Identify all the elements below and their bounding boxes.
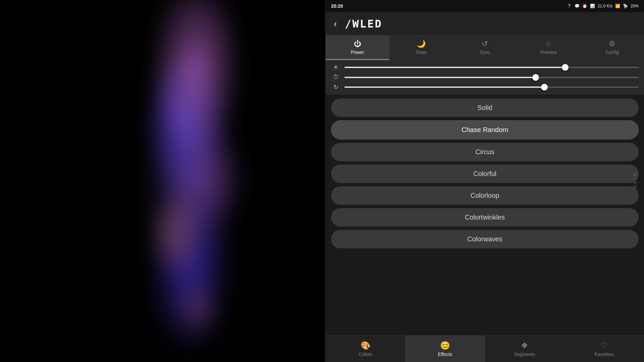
nav-tab-power-label: Power: [351, 50, 364, 55]
bottom-tab-colors[interactable]: 🎨 Colors: [326, 336, 405, 362]
nav-tab-timer-label: Timer: [415, 50, 427, 55]
status-time: 20:20: [331, 3, 343, 9]
bottom-tab-colors-label: Colors: [359, 352, 372, 357]
brightness-slider[interactable]: [344, 67, 639, 68]
preview-icon: ☆: [545, 40, 552, 48]
status-data-icon: 📊: [590, 4, 595, 8]
nav-tab-config[interactable]: ⚙ Config: [580, 36, 644, 60]
nav-tab-timer[interactable]: 🌙 Timer: [389, 36, 453, 60]
status-sim-icon: 📶: [615, 4, 620, 8]
effect-chase-random[interactable]: Chase Random: [331, 120, 639, 139]
bottom-tab-segments[interactable]: ❖ Segments: [485, 336, 565, 362]
effect-colorloop[interactable]: Colorloop: [331, 186, 639, 205]
sync-icon: ↺: [482, 40, 488, 48]
status-message-icon: 💬: [575, 4, 580, 8]
bottom-tab-favorites[interactable]: ♡ Favorites: [565, 336, 644, 362]
bottom-tab-effects[interactable]: 😊 Effects: [405, 336, 485, 362]
nav-tab-preview[interactable]: ☆ Preview: [517, 36, 580, 60]
timer-icon: 🌙: [417, 40, 426, 48]
led-glow: [122, 0, 257, 362]
effect-colorful[interactable]: Colorful: [331, 165, 639, 183]
brightness-row: ☀: [331, 64, 639, 71]
nav-tab-config-label: Config: [605, 50, 619, 55]
status-battery: 20%: [631, 4, 639, 8]
nav-tab-sync-label: Sync: [480, 50, 490, 55]
intensity-icon: ↻: [331, 83, 340, 91]
nav-tab-power[interactable]: ⏻ Power: [326, 36, 389, 60]
back-button[interactable]: ‹: [331, 17, 339, 31]
status-alarm-icon: ⏰: [582, 4, 587, 8]
status-location-icon: 📍: [567, 4, 572, 8]
speed-icon: ⏱: [331, 74, 340, 81]
favorites-icon: ♡: [600, 341, 608, 350]
status-wifi-icon: 📡: [623, 4, 628, 8]
speed-row: ⏱: [331, 74, 639, 81]
effect-solid[interactable]: Solid: [331, 99, 639, 117]
effect-colorwaves[interactable]: Colorwaves: [331, 230, 639, 248]
app-title: /WLED: [345, 17, 382, 30]
status-data-speed: 21.0 K/s: [598, 4, 612, 8]
effect-colortwinkles[interactable]: Colortwinkles: [331, 208, 639, 227]
led-visualization: [0, 0, 325, 362]
app-header: ‹ /WLED: [326, 12, 644, 36]
effects-icon: 😊: [440, 341, 450, 350]
main-container: 20:20 📍 💬 ⏰ 📊 21.0 K/s 📶 📡 20% ‹ /WLED ⏻…: [0, 0, 644, 362]
bottom-tab-segments-label: Segments: [514, 352, 535, 357]
intensity-slider[interactable]: [344, 86, 639, 88]
segments-icon: ❖: [521, 341, 528, 350]
bottom-tab-effects-label: Effects: [438, 352, 452, 357]
control-panel: 20:20 📍 💬 ⏰ 📊 21.0 K/s 📶 📡 20% ‹ /WLED ⏻…: [325, 0, 644, 362]
effects-list: Solid Chase Random Circus Colorful Color…: [326, 95, 644, 335]
speed-slider[interactable]: [344, 77, 639, 78]
status-right: 📍 💬 ⏰ 📊 21.0 K/s 📶 📡 20%: [567, 4, 639, 8]
power-icon: ⏻: [354, 40, 361, 48]
sliders-section: ☀ ⏱ ↻: [326, 60, 644, 95]
bottom-tabs: 🎨 Colors 😊 Effects ❖ Segments ♡ Favorite…: [326, 335, 644, 362]
status-bar: 20:20 📍 💬 ⏰ 📊 21.0 K/s 📶 📡 20%: [326, 0, 644, 12]
nav-tab-sync[interactable]: ↺ Sync: [453, 36, 517, 60]
effect-circus[interactable]: Circus: [331, 143, 639, 161]
wled-label: WLED: [632, 173, 637, 189]
colors-icon: 🎨: [361, 341, 371, 350]
nav-tabs: ⏻ Power 🌙 Timer ↺ Sync ☆ Preview ⚙ Confi…: [326, 36, 644, 60]
brightness-icon: ☀: [331, 64, 340, 71]
config-icon: ⚙: [609, 40, 615, 48]
bottom-tab-favorites-label: Favorites: [595, 352, 614, 357]
intensity-row: ↻: [331, 83, 639, 91]
nav-tab-preview-label: Preview: [540, 50, 557, 55]
